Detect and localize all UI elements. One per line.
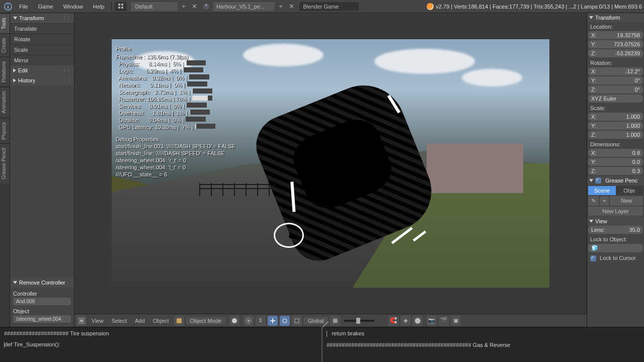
text-editor-left[interactable]: ##################### Tire suspension de… — [0, 327, 321, 362]
opengl-render-icon[interactable]: ▣ — [451, 316, 461, 326]
dim-y-field[interactable]: Y:0.0 — [588, 158, 643, 166]
gp-pencil-icon[interactable]: ✎ — [588, 196, 599, 206]
split-handle-icon[interactable] — [323, 321, 329, 327]
panel-edit-header[interactable]: Edit ⋮⋮ — [10, 65, 74, 75]
layers-icon[interactable]: ▦ — [330, 316, 340, 326]
render-anim-icon[interactable]: 🎬 — [439, 316, 449, 326]
layout-close-icon[interactable]: ✕ — [190, 3, 199, 10]
gp-add-icon[interactable]: + — [600, 196, 609, 206]
scale-button[interactable]: Scale — [10, 44, 74, 55]
vtab-physics[interactable]: Physics — [0, 118, 10, 143]
svg-point-10 — [80, 319, 83, 322]
shading-icon[interactable] — [229, 316, 239, 326]
pivot-icon[interactable] — [244, 316, 254, 326]
layout-add-icon[interactable]: + — [180, 3, 188, 10]
vtab-animation[interactable]: Animation — [0, 86, 10, 117]
translate-button[interactable]: Translate — [10, 23, 74, 34]
controller-value[interactable]: And.008 — [13, 298, 71, 305]
panel-transform-header[interactable]: Transform — [587, 13, 644, 22]
location-label: Location: — [587, 22, 644, 31]
tool-shelf: Transform ⋮⋮ Translate Rotate Scale Mirr… — [10, 13, 74, 327]
gp-tab-object[interactable]: Obje — [616, 186, 643, 195]
lock-cursor-toggle[interactable]: Lock to Cursor — [587, 253, 644, 263]
mode-dropdown[interactable]: Object Mode — [186, 317, 225, 325]
frametime: Frametime : 136.6ms (7.3fps) — [116, 53, 235, 60]
manipulator-rotate-icon[interactable] — [280, 316, 290, 326]
layout-name[interactable]: Default — [131, 2, 178, 11]
grip-icon[interactable]: ⋮⋮ — [62, 68, 71, 73]
object-value[interactable]: /steering_wheel.004 — [13, 315, 71, 323]
render-engine-dropdown[interactable]: Blender Game — [299, 2, 359, 11]
layout-dropdown-icon[interactable] — [115, 2, 127, 11]
debug-line: /steering_wheel.004: 'r_t' = 0 — [116, 157, 235, 164]
menu-object[interactable]: Object — [150, 317, 172, 325]
info-icon[interactable] — [2, 2, 14, 12]
mode-icon[interactable] — [174, 316, 184, 326]
chevron-down-icon — [13, 281, 17, 284]
panel-remove-controller-header[interactable]: Remove Controller — [10, 278, 74, 288]
dim-x-field[interactable]: X:0.8 — [588, 149, 643, 157]
render-icon[interactable]: 📷 — [427, 316, 437, 326]
view3d-area[interactable]: Profile Frametime : 136.6ms (7.3fps) Phy… — [74, 13, 587, 314]
text-cursor — [327, 331, 327, 337]
mirror-button[interactable]: Mirror — [10, 55, 74, 65]
vtab-relations[interactable]: Relations — [0, 57, 10, 86]
loc-x-field[interactable]: X:19.32758 — [588, 31, 643, 39]
text-editor-right[interactable]: return brakes ##########################… — [321, 327, 644, 362]
manipulator-toggle-icon[interactable]: ⇕ — [256, 316, 266, 326]
profile-row: Scenegraph: 2.73ms | 1% | — [116, 88, 235, 96]
panel-history-header[interactable]: History ⋮⋮ — [10, 75, 74, 85]
menu-file[interactable]: File — [14, 2, 33, 12]
rot-x-field[interactable]: X:-12.2° — [588, 67, 643, 75]
viewport-header: View Select Add Object Object Mode ⇕ Glo… — [74, 314, 587, 327]
lens-field[interactable]: Lens:35.0 — [588, 226, 643, 234]
vtab-tools[interactable]: Tools — [0, 13, 10, 33]
scene-close-icon[interactable]: ✕ — [287, 3, 296, 10]
gp-checkbox[interactable] — [595, 177, 601, 184]
scale-z-field[interactable]: Z:1.000 — [588, 131, 643, 139]
scene-add-icon[interactable]: + — [277, 3, 285, 10]
menu-help[interactable]: Help — [88, 2, 110, 12]
profile-row: Rasterizer: 106.85ms | 78% | — [116, 96, 235, 103]
rotate-button[interactable]: Rotate — [10, 34, 74, 44]
scene-name[interactable]: Harbour_V5.1_pe... — [213, 2, 275, 11]
loc-z-field[interactable]: Z:-53.28239 — [588, 49, 643, 57]
manipulator-scale-icon[interactable] — [292, 316, 302, 326]
lock-cursor-checkbox[interactable] — [590, 255, 596, 261]
grip-icon[interactable]: ⋮⋮ — [62, 16, 71, 21]
gp-new-button[interactable]: New — [610, 196, 643, 206]
manipulator-translate-icon[interactable] — [268, 316, 278, 326]
dim-z-field[interactable]: Z:0.3 — [588, 167, 643, 175]
vtab-grease-pencil[interactable]: Grease Pencil — [0, 143, 10, 184]
menu-window[interactable]: Window — [58, 2, 88, 12]
menu-select[interactable]: Select — [109, 317, 130, 325]
scene-icon[interactable] — [202, 3, 210, 11]
menu-game[interactable]: Game — [33, 2, 58, 12]
panel-transform-header[interactable]: Transform ⋮⋮ — [10, 13, 74, 23]
rot-mode-dropdown[interactable]: XYZ Euler — [588, 95, 643, 103]
scale-y-field[interactable]: Y:1.000 — [588, 122, 643, 130]
profile-row: Overhead: 1.81ms | 1% | — [116, 110, 235, 117]
profile-overlay: Profile Frametime : 136.6ms (7.3fps) Phy… — [116, 45, 235, 178]
menu-add[interactable]: Add — [132, 317, 148, 325]
profile-row: Services: 0.01ms | 0% | — [116, 103, 235, 110]
editor-type-icon[interactable] — [76, 316, 87, 326]
proportional-icon[interactable]: ⬤ — [413, 316, 423, 326]
scale-x-field[interactable]: X:1.000 — [588, 113, 643, 121]
panel-grease-pencil-header[interactable]: Grease Penc — [587, 176, 644, 185]
vtab-create[interactable]: Create — [0, 33, 10, 57]
gp-tab-scene[interactable]: Scene — [588, 186, 616, 195]
rot-z-field[interactable]: Z:0° — [588, 85, 643, 94]
menu-view[interactable]: View — [89, 317, 107, 325]
gp-new-layer-button[interactable]: New Layer — [588, 207, 643, 216]
svg-point-8 — [205, 4, 207, 6]
layer-slider[interactable] — [344, 320, 374, 322]
grip-icon[interactable]: ⋮⋮ — [62, 78, 71, 83]
snap-icon[interactable]: 🧲 — [388, 316, 398, 326]
rot-y-field[interactable]: Y:0° — [588, 76, 643, 84]
lock-object-field[interactable]: 🧊 — [588, 244, 643, 252]
svg-point-12 — [232, 318, 237, 323]
loc-y-field[interactable]: Y:723.07526 — [588, 40, 643, 48]
panel-view-header[interactable]: View — [587, 217, 644, 226]
snap-target-icon[interactable]: ◈ — [400, 316, 411, 326]
